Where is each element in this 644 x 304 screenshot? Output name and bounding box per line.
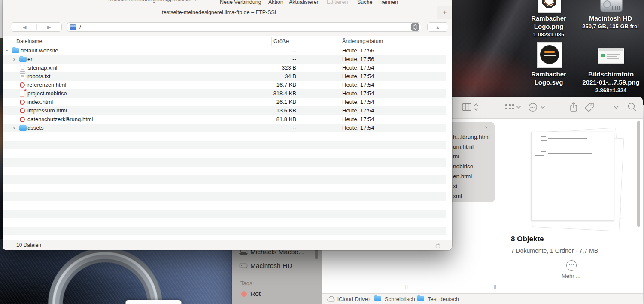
- screenshot-thumb-line: [607, 54, 620, 55]
- table-row[interactable]: impressum.html 13.6 KB Heute, 17:54: [3, 106, 446, 115]
- more-link[interactable]: Mehr ...: [550, 273, 592, 279]
- folder-icon: [374, 296, 381, 301]
- icon-label-line: Bildschirmfoto: [579, 70, 643, 78]
- disclosure-closed-icon[interactable]: ›: [12, 125, 17, 131]
- breadcrumb-test-deutsch[interactable]: Test deutsch: [428, 296, 459, 302]
- tag-icon[interactable]: [584, 103, 594, 112]
- sort-updown-icon[interactable]: [474, 103, 479, 111]
- table-row[interactable]: index.html 26.1 KB Heute, 17:54: [3, 98, 446, 106]
- file-size: --: [191, 125, 296, 131]
- file-date: Heute, 17:56: [342, 47, 374, 54]
- table-row[interactable]: sitemap.xml 323 B Heute, 17:54: [3, 64, 446, 72]
- html-file-icon: [20, 82, 25, 88]
- table-row[interactable]: project.mobirise 318.4 KB Heute, 17:54: [3, 89, 446, 98]
- file-size: --: [191, 47, 296, 54]
- new-tab-button[interactable]: +: [437, 6, 452, 19]
- back-forward-control: ◀ ▶: [11, 22, 62, 32]
- more-ellipsis-icon[interactable]: [528, 103, 538, 112]
- secure-lock-icon: [435, 242, 440, 249]
- folder-icon: [417, 296, 424, 301]
- column-separator[interactable]: [507, 118, 507, 293]
- back-button[interactable]: ◀: [23, 24, 26, 30]
- icon-label-line: Logo.svg: [519, 78, 579, 86]
- html-file-icon: [20, 100, 25, 105]
- column-header-filename[interactable]: Dateiname: [16, 38, 42, 44]
- file-table-header: Dateiname Größe Änderungsdatum: [3, 36, 452, 46]
- column-resize-handle[interactable]: ||: [405, 285, 408, 289]
- icon-label-line: Rambacher: [519, 70, 579, 78]
- forward-button[interactable]: ▶: [47, 24, 51, 30]
- file-table-body: › default-website -- Heute, 17:56 › en -…: [3, 46, 452, 240]
- toolbar-search[interactable]: Suche: [357, 0, 372, 5]
- path-field[interactable]: /: [67, 22, 421, 32]
- desktop-icon-rambacher-svg-label[interactable]: Rambacher Logo.svg: [519, 70, 579, 86]
- list-item-label: xt: [453, 183, 458, 189]
- list-item-label: h...lärung.html: [453, 134, 490, 140]
- icon-label-dimensions: 2.868×1.324: [579, 86, 643, 94]
- screenshot-thumb-line: [607, 58, 619, 59]
- desktop-icon-rambacher-svg[interactable]: [537, 42, 562, 68]
- table-row[interactable]: robots.txt 34 B Heute, 17:54: [3, 72, 446, 81]
- table-row[interactable]: › default-website -- Heute, 17:56: [3, 46, 446, 55]
- breadcrumb-icloud-drive[interactable]: iCloud Drive: [337, 296, 368, 302]
- table-row[interactable]: datenschutzerklärung.html 81.8 KB Heute,…: [3, 115, 446, 124]
- search-icon[interactable]: [627, 102, 637, 112]
- toolbar-refresh[interactable]: Aktualisieren: [289, 0, 320, 5]
- group-grid-icon[interactable]: [505, 103, 515, 111]
- desktop-icon-rambacher-png[interactable]: [538, 0, 561, 13]
- sidebar-tag-rot[interactable]: Rot: [250, 290, 261, 298]
- file-size: 16.7 KB: [191, 82, 296, 88]
- table-row[interactable]: referenzen.html 16.7 KB Heute, 17:54: [3, 81, 446, 89]
- file-date: Heute, 17:54: [342, 107, 374, 114]
- preview-scrollbar-thumb[interactable]: [637, 121, 640, 227]
- desktop: Rambacher Logo.png 1.082×1.085 Macintosh…: [0, 0, 644, 304]
- column-divider[interactable]: [340, 37, 340, 46]
- toolbar-disconnect[interactable]: Trennen: [378, 0, 398, 5]
- desktop-icon-macintosh-hd[interactable]: [600, 0, 623, 12]
- file-name: datenschutzerklärung.html: [27, 116, 93, 122]
- desktop-icon-rambacher-png-label[interactable]: Rambacher Logo.png 1.082×1.085: [519, 14, 579, 39]
- table-row[interactable]: › assets -- Heute, 17:54: [3, 124, 446, 132]
- desktop-icon-bildschirmfoto-label[interactable]: Bildschirmfoto 2021-01-...7.59.png 2.868…: [579, 70, 643, 94]
- file-date: Heute, 17:54: [342, 125, 374, 131]
- chevron-down-icon[interactable]: [540, 106, 545, 109]
- file-size: 26.1 KB: [191, 99, 296, 105]
- file-size: 81.8 KB: [191, 116, 296, 122]
- file-size: 34 B: [191, 73, 296, 79]
- column-resize-handle[interactable]: ||: [494, 285, 497, 289]
- icon-label-dimensions: 1.082×1.085: [519, 30, 579, 39]
- hd-grill-detail: [612, 6, 620, 10]
- share-icon[interactable]: [569, 102, 578, 112]
- toolbar-action[interactable]: Aktion: [268, 0, 283, 5]
- column-header-modified[interactable]: Änderungsdatum: [342, 38, 383, 44]
- column-header-size[interactable]: Größe: [273, 38, 289, 44]
- more-ellipsis-icon[interactable]: ···: [566, 260, 577, 271]
- file-size: 13.6 KB: [191, 107, 296, 114]
- breadcrumb-schreibtisch[interactable]: Schreibtisch: [385, 296, 415, 302]
- icon-label-line: Rambacher: [519, 14, 579, 22]
- desktop-icon-bildschirmfoto[interactable]: [598, 48, 624, 64]
- icon-label-size: 250,7 GB, 135 GB frei: [576, 22, 644, 30]
- up-directory-button[interactable]: ▲: [427, 22, 448, 32]
- file-name: index.html: [27, 99, 53, 105]
- breadcrumb-separator: ›: [368, 296, 370, 302]
- disclosure-open-icon[interactable]: ›: [4, 48, 10, 53]
- path-stepper[interactable]: [411, 23, 419, 31]
- column-view-icon[interactable]: [462, 103, 471, 111]
- badge-orange-text-line: [544, 51, 555, 53]
- finder-path-bar: iCloud Drive › Schreibtisch › Test deuts…: [322, 293, 643, 304]
- document-icon: [20, 73, 25, 80]
- column-divider[interactable]: [271, 37, 272, 46]
- toolbar-new-connection[interactable]: Neue Verbindung: [220, 0, 261, 5]
- folder-icon: [19, 125, 27, 131]
- screenshot-thumb-titlebar: [599, 49, 623, 51]
- disclosure-closed-icon[interactable]: ›: [12, 56, 17, 62]
- overflow-chevron-icon[interactable]: [613, 106, 619, 109]
- chevron-down-icon[interactable]: [516, 106, 521, 109]
- desktop-icon-macintosh-hd-label[interactable]: Macintosh HD 250,7 GB, 135 GB frei: [576, 14, 644, 30]
- ftp-account-label[interactable]: testseite-meinedesignerei@testseite-…: [108, 0, 228, 3]
- sidebar-item-macintosh-hd[interactable]: Macintosh HD: [250, 262, 292, 270]
- table-row[interactable]: › en -- Heute, 17:56: [3, 55, 446, 64]
- breadcrumb-separator: ›: [411, 296, 413, 302]
- file-count-status: 10 Dateien: [16, 242, 41, 248]
